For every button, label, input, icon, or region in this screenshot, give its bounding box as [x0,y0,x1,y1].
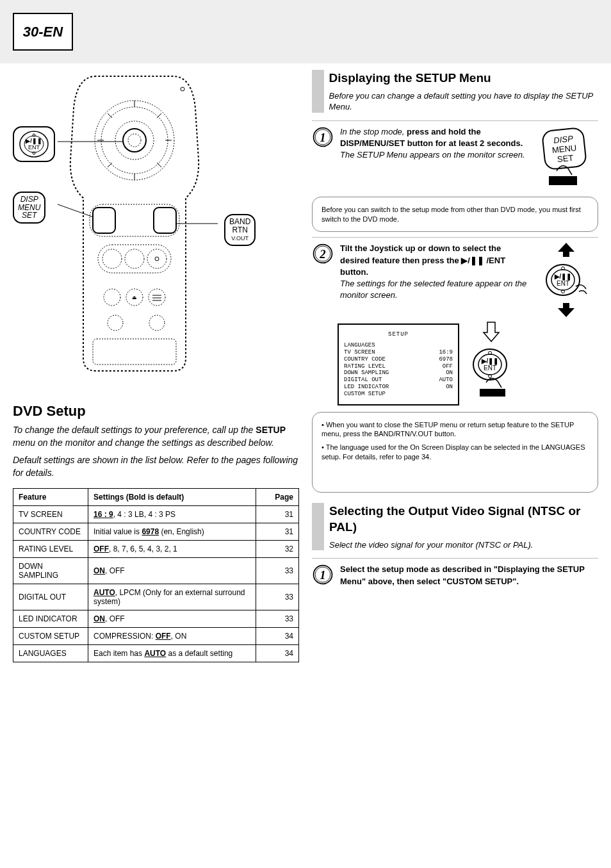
setup-screen-row: TV SCREEN16:9 [344,349,453,356]
arrow-up-icon [558,243,574,257]
setup-screen-row: RATING LEVELOFF [344,363,453,370]
setup-screen-row: SETUP LANGUAGESTV SCREEN16:9COUNTRY CODE… [312,321,598,405]
table-row: DIGITAL OUTAUTO, LPCM (Only for an exter… [13,584,299,610]
settings-table: Feature Settings (Bold is default) Page … [13,488,299,662]
table-row: CUSTOM SETUPCOMPRESSION: OFF, ON34 [13,628,299,645]
note-a: Before you can switch to the setup mode … [312,197,598,233]
svg-marker-59 [558,303,574,317]
callout-band-rtn-vout: BAND RTN V.OUT [224,214,256,246]
step-1: 1 In the stop mode, press and hold the D… [312,126,598,190]
setup-screen-row: COUNTRY CODE6978 [344,356,453,363]
svg-text:2: 2 [319,247,325,261]
section-b-body: Select the video signal for your monitor… [329,540,533,550]
side-accent-bar-2 [312,503,324,551]
setup-screen: SETUP LANGUAGESTV SCREEN16:9COUNTRY CODE… [338,323,459,405]
callout-disp-menu-set: DISP MENU SET [13,192,45,224]
section-b-heading: Selecting the Output Video Signal (NTSC … [329,503,598,536]
note-line: • The language used for the On Screen Di… [322,443,589,462]
svg-text:1: 1 [320,131,325,144]
svg-text:ENT: ENT [484,364,496,372]
svg-text:ENT: ENT [28,144,40,151]
th-feature: Feature [13,489,88,506]
step-3: 1 Select the setup mode as described in … [312,564,598,587]
step-number-2-icon: 2 [312,243,334,265]
setup-screen-row: DIGITAL OUTAUTO [344,377,453,384]
then-arrow-icon [482,321,501,343]
svg-text:⏏: ⏏ [132,295,137,300]
page-number: 30-EN [13,13,73,51]
svg-text:1: 1 [320,568,325,582]
callout-ent: ▶/❚❚ ENT [13,126,55,162]
svg-text:SET: SET [557,152,574,164]
svg-text:ENT: ENT [557,280,569,287]
th-page: Page [256,489,299,506]
setup-screen-row: CUSTOM SETUP [344,391,453,398]
remote-illustration: ▶/❚❚ ENT DISP MENU SET BAND RTN V.OUT [13,70,299,390]
note-b: • When you want to close the SETUP menu … [312,412,598,493]
table-row: TV SCREEN16 : 9, 4 : 3 LB, 4 : 3 PS31 [13,506,299,523]
svg-rect-24 [154,208,176,233]
remote-svg: ⏏ [58,70,224,377]
table-row: RATING LEVELOFF, 8, 7, 6, 5, 4, 3, 2, 13… [13,541,299,558]
table-row: LED INDICATORON, OFF33 [13,610,299,628]
joystick-ent-icon: ▶/❚❚ ENT [544,261,589,299]
note-line: • When you want to close the SETUP menu … [322,420,589,439]
setup-screen-row: LED INDICATORON [344,384,453,391]
setup-screen-row: LANGUAGES [344,342,453,349]
disp-menu-set-button-icon: DISP MENU SET [537,126,595,190]
dvd-setup-title: DVD Setup [13,403,299,420]
section-a-body: Before you can change a default setting … [329,91,593,112]
dvd-setup-desc: To change the default settings to your p… [13,423,299,450]
section-display-setup: Displaying the SETUP Menu Before you can… [312,70,598,113]
ent-press-icon: ▶/❚❚ ENT [469,347,514,398]
section-video-signal: Selecting the Output Video Signal (NTSC … [312,503,598,551]
arrow-down-icon [558,303,574,317]
step-number-1b-icon: 1 [312,564,334,585]
svg-marker-52 [558,243,574,257]
svg-rect-23 [93,208,115,233]
section-a-heading: Displaying the SETUP Menu [329,70,598,86]
side-accent-bar [312,70,324,113]
setup-screen-row: DOWN SAMPLINGON [344,370,453,377]
dvd-setup-desc2: Default settings are shown in the list b… [13,454,299,480]
step-number-1-icon: 1 [312,126,334,148]
svg-rect-48 [549,176,577,185]
table-row: DOWN SAMPLINGON, OFF33 [13,558,299,584]
table-row: COUNTRY CODEInitial value is 6978 (en, E… [13,523,299,541]
table-row: LANGUAGESEach item has AUTO as a default… [13,645,299,662]
svg-rect-66 [480,389,505,397]
th-settings: Settings (Bold is default) [88,489,256,506]
step-2: 2 Tilt the Joystick up or down to select… [312,243,598,317]
